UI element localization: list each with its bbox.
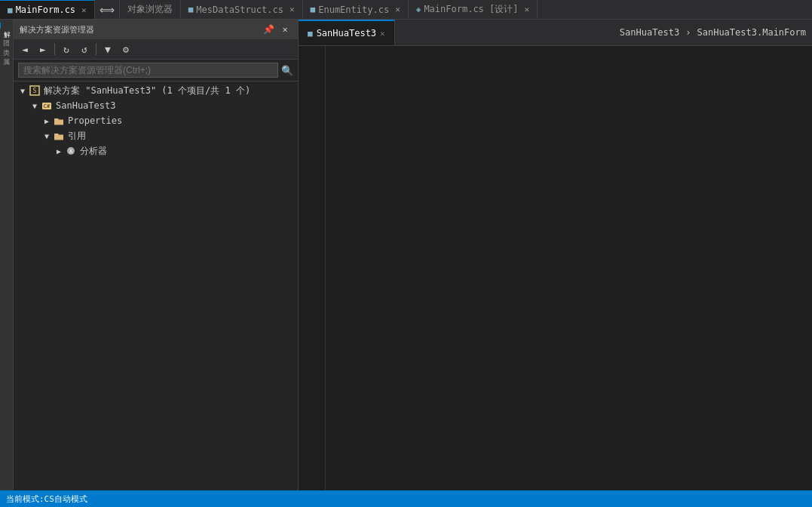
status-bar: 当前模式:CS自动模式 [0,490,812,507]
editor-area: ■ SanHuaTest3 ✕ SanHuaTest3 › SanHuaTest… [299,20,812,490]
activity-solution-explorer[interactable]: 解 [0,23,14,29]
toolbar-settings-btn[interactable]: ⚙ [118,41,134,57]
activity-properties[interactable]: 属 [0,50,13,56]
tree-item-label-references: 引用 [68,130,295,143]
tab-nav-arrows[interactable]: ⟺ [95,0,120,19]
editor-tab-project-label: SanHuaTest3 [317,28,376,38]
tree-item-icon-folder [53,130,65,142]
tree-item-solution[interactable]: ▼S解决方案 "SanHuaTest3" (1 个项目/共 1 个) [14,83,298,98]
tab-main-form-cs[interactable]: ■ MainForm.cs ✕ [0,0,95,19]
breadcrumb-project: SanHuaTest3 [620,27,679,38]
tab-close-design[interactable]: ✕ [525,5,530,14]
activity-class-view[interactable]: 类 [0,41,13,47]
tab-object-browser[interactable]: 对象浏览器 [120,0,181,19]
status-item-mode: 当前模式:CS自动模式 [6,493,87,505]
cs-file-icon: ■ [8,5,13,15]
toolbar-forward-btn[interactable]: ► [35,41,51,57]
code-area [299,46,812,490]
toolbar-sync-btn[interactable]: ↻ [58,41,75,57]
svg-text:S: S [33,88,37,94]
line-numbers-gutter [299,46,326,490]
sidebar-pin-btn[interactable]: 📌 [262,23,275,36]
tree-item-icon-project: C# [41,100,53,112]
tree-expander[interactable]: ▼ [29,100,41,112]
tree-item-project[interactable]: ▼C#SanHuaTest3 [14,98,298,113]
activity-team-explorer[interactable]: 团 [0,32,13,38]
toolbar-refresh-btn[interactable]: ↺ [76,41,93,57]
toolbar-back-btn[interactable]: ◄ [17,41,33,57]
activity-bar: 解 团 类 属 [0,20,14,490]
cs-icon2: ■ [311,5,316,14]
tab-close-btn[interactable]: ✕ [81,5,87,15]
tab-main-form-design[interactable]: ◈ MainForm.cs [设计] ✕ [409,0,538,19]
sidebar: 解决方案资源管理器 📌 ✕ ◄ ► ↻ ↺ ▼ ⚙ [14,20,299,490]
toolbar-filter-btn[interactable]: ▼ [100,41,116,57]
editor-tab-close[interactable]: ✕ [380,29,385,38]
editor-breadcrumb: SanHuaTest3 › SanHuaTest3.MainForm [614,27,812,38]
tree-item-references[interactable]: ▼引用 [14,128,298,143]
tab-enum-entity[interactable]: ■ EnumEntity.cs ✕ [303,0,409,19]
toolbar-sep2 [96,43,97,55]
tree-expander[interactable]: ▶ [53,145,65,157]
tree-item-icon-analyzer: A [65,145,77,157]
tab-close-enum[interactable]: ✕ [395,5,400,14]
design-icon: ◈ [416,5,421,14]
tree-expander[interactable]: ▼ [41,130,53,142]
tree-item-label-project: SanHuaTest3 [56,100,295,111]
sidebar-toolbar: ◄ ► ↻ ↺ ▼ ⚙ [14,39,298,60]
breadcrumb-class: SanHuaTest3.MainForm [697,27,807,38]
breadcrumb-sep: › [685,27,691,38]
tree-expander[interactable]: ▼ [17,84,29,97]
tab-enum-label: EnumEntity.cs [318,5,389,15]
tab-object-browser-label: 对象浏览器 [127,3,173,16]
tree-item-label-analyzer: 分析器 [80,145,295,158]
editor-tab-sanhua[interactable]: ■ SanHuaTest3 ✕ [299,20,395,45]
code-content[interactable] [326,46,812,490]
top-tab-bar: ■ MainForm.cs ✕ ⟺ 对象浏览器 ■ MesDataStruct.… [0,0,812,20]
tab-design-label: MainForm.cs [设计] [424,3,518,16]
sidebar-search-bar: 🔍 [14,60,298,81]
sidebar-title: 解决方案资源管理器 [20,24,94,35]
tree-item-label-properties: Properties [68,115,295,126]
cs-icon: ■ [188,5,194,14]
tree-item-icon-folder [53,115,65,127]
solution-tree: ▼S解决方案 "SanHuaTest3" (1 个项目/共 1 个)▼C#San… [14,81,298,490]
sidebar-close-btn[interactable]: ✕ [278,23,292,36]
tab-mes-label: MesDataStruct.cs [196,5,283,15]
tree-item-properties[interactable]: ▶Properties [14,113,298,128]
cs-tab-icon: ■ [308,29,313,38]
editor-tab-bar: ■ SanHuaTest3 ✕ SanHuaTest3 › SanHuaTest… [299,20,812,46]
search-icon[interactable]: 🔍 [281,65,293,76]
sidebar-title-bar: 解决方案资源管理器 📌 ✕ [14,20,298,39]
sidebar-search-input[interactable] [18,63,278,78]
tree-item-analyzer[interactable]: ▶A分析器 [14,143,298,158]
tab-mes-data-struct[interactable]: ■ MesDataStruct.cs ✕ [181,0,303,19]
toolbar-sep1 [54,43,55,55]
tree-item-icon-solution: S [29,84,41,97]
tab-label: MainForm.cs [16,5,75,15]
tab-close-mes[interactable]: ✕ [290,5,295,14]
svg-text:C#: C# [44,103,51,109]
tree-item-label-solution: 解决方案 "SanHuaTest3" (1 个项目/共 1 个) [44,84,295,97]
tree-expander[interactable]: ▶ [41,115,53,127]
